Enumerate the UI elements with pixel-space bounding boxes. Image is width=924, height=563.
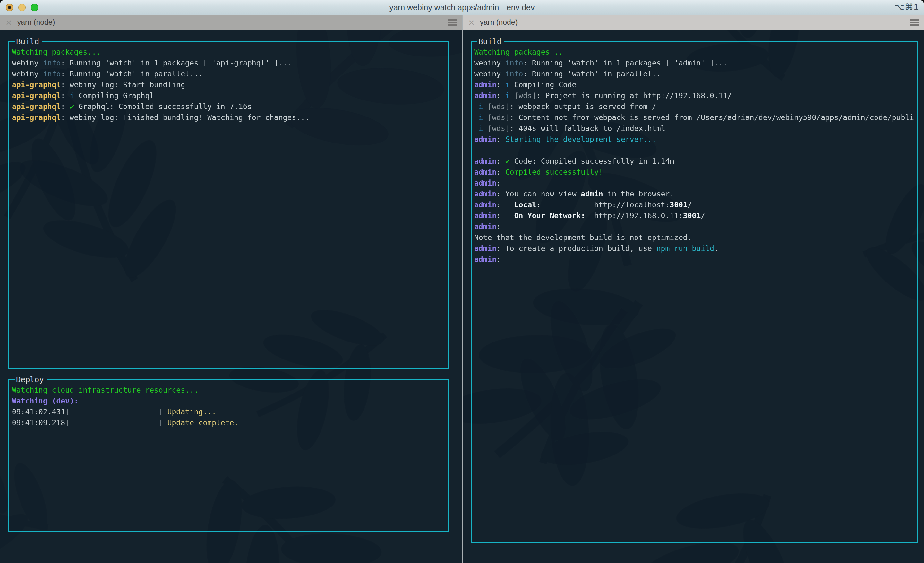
close-pane-icon[interactable]: × bbox=[6, 17, 12, 28]
close-pane-icon[interactable]: × bbox=[468, 17, 474, 28]
terminal-line: webiny info: Running 'watch' in 1 packag… bbox=[12, 57, 446, 68]
terminal-line: webiny info: Running 'watch' in parallel… bbox=[12, 68, 446, 79]
window-titlebar[interactable]: yarn webiny watch apps/admin --env dev ⌥… bbox=[0, 0, 924, 15]
terminal-line: admin: Local: http://localhost:3001/ bbox=[474, 199, 914, 210]
build-panel-left: Build Watching packages...webiny info: R… bbox=[8, 41, 449, 369]
terminal-line: api-graphql: i Compiling Graphql bbox=[12, 90, 446, 101]
terminal-line: admin: Compiled successfully! bbox=[474, 167, 914, 177]
pane-left-titlebar[interactable]: × yarn (node) bbox=[0, 15, 462, 30]
terminal-line: admin: bbox=[474, 254, 914, 265]
terminal-line: webiny info: Running 'watch' in 1 packag… bbox=[474, 57, 914, 68]
terminal-line: admin: You can now view admin in the bro… bbox=[474, 188, 914, 199]
terminal-line bbox=[474, 145, 914, 156]
terminal-line: api-graphql: webiny log: Start bundling bbox=[12, 79, 446, 90]
terminal-line: admin: i ⌈wds⌋: Project is running at ht… bbox=[474, 90, 914, 101]
terminal-line: admin: ✔ Code: Compiled successfully in … bbox=[474, 156, 914, 167]
build-panel-right: Build Watching packages...webiny info: R… bbox=[471, 41, 918, 543]
terminal-line: 09:41:02.431[ ] Updating... bbox=[12, 406, 446, 417]
terminal-line: api-graphql: ✔ Graphql: Compiled success… bbox=[12, 101, 446, 112]
terminal-line: admin: To create a production build, use… bbox=[474, 243, 914, 254]
terminal-line: admin: i Compiling Code bbox=[474, 79, 914, 90]
pane-right-terminal[interactable]: Build Watching packages...webiny info: R… bbox=[463, 30, 924, 563]
terminal-line: Note that the development build is not o… bbox=[474, 232, 914, 243]
window-title: yarn webiny watch apps/admin --env dev bbox=[0, 3, 924, 12]
terminal-line: i ⌈wds⌋: Content not from webpack is ser… bbox=[474, 112, 914, 123]
pane-menu-icon[interactable] bbox=[448, 19, 456, 26]
build-panel-label: Build bbox=[15, 36, 42, 47]
split-panes: × yarn (node) bbox=[0, 15, 924, 563]
pane-left-title: yarn (node) bbox=[17, 18, 55, 27]
build-log-right: Watching packages...webiny info: Running… bbox=[472, 42, 917, 265]
terminal-line: Watching packages... bbox=[12, 47, 446, 57]
terminal-line: admin: Starting the development server..… bbox=[474, 134, 914, 145]
terminal-line: admin: bbox=[474, 177, 914, 188]
terminal-line: webiny info: Running 'watch' in parallel… bbox=[474, 68, 914, 79]
terminal-line: admin: bbox=[474, 221, 914, 232]
terminal-line: i ⌈wds⌋: 404s will fallback to /index.ht… bbox=[474, 123, 914, 134]
pane-menu-icon[interactable] bbox=[910, 19, 919, 26]
pane-left-terminal[interactable]: Build Watching packages...webiny info: R… bbox=[0, 30, 462, 563]
terminal-line: 09:41:09.218[ ] Update complete. bbox=[12, 417, 446, 428]
tab-shortcut-badge: ⌥⌘1 bbox=[894, 2, 919, 12]
pane-right-titlebar[interactable]: × yarn (node) bbox=[463, 15, 924, 30]
deploy-log-left: Watching cloud infrastructure resources.… bbox=[9, 380, 448, 428]
pane-right: × yarn (node) Build Watching packages...… bbox=[463, 15, 924, 563]
terminal-line: Watching packages... bbox=[474, 47, 914, 57]
build-panel-label: Build bbox=[477, 36, 504, 47]
terminal-line: admin: On Your Network: http://192.168.0… bbox=[474, 210, 914, 221]
terminal-line: i ⌈wds⌋: webpack output is served from / bbox=[474, 101, 914, 112]
terminal-window: yarn webiny watch apps/admin --env dev ⌥… bbox=[0, 0, 924, 563]
deploy-panel-left: Deploy Watching cloud infrastructure res… bbox=[8, 379, 449, 532]
deploy-panel-label: Deploy bbox=[15, 374, 46, 385]
terminal-line: Watching (dev): bbox=[12, 395, 446, 406]
terminal-line: Watching cloud infrastructure resources.… bbox=[12, 384, 446, 395]
pane-right-title: yarn (node) bbox=[480, 18, 518, 27]
build-log-left: Watching packages...webiny info: Running… bbox=[9, 42, 448, 123]
terminal-line: api-graphql: webiny log: Finished bundli… bbox=[12, 112, 446, 123]
pane-left: × yarn (node) bbox=[0, 15, 462, 563]
